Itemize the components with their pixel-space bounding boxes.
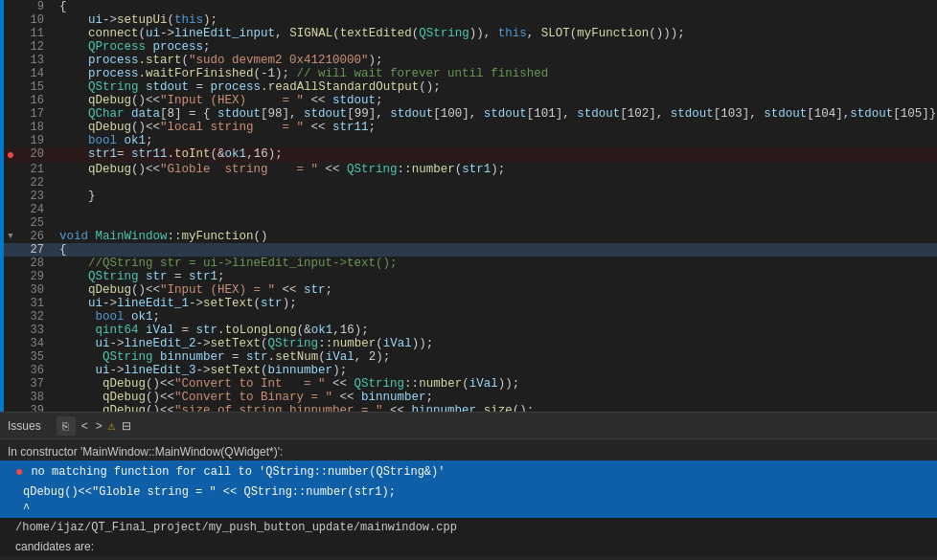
table-row: 37 qDebug()<<"Convert to Int = " << QStr… <box>4 377 937 391</box>
constructor-header: In constructor 'MainWindow::MainWindow(Q… <box>0 443 937 460</box>
code-24 <box>52 203 59 216</box>
line-num-29: 29 <box>17 270 52 283</box>
line-num-22: 22 <box>17 176 52 190</box>
table-row: 9 { <box>4 0 937 13</box>
table-row: 22 <box>4 176 937 190</box>
line-num-39: 39 <box>17 404 52 412</box>
gutter-20: ● <box>4 147 17 163</box>
line-num-12: 12 <box>17 40 52 54</box>
gutter-9 <box>4 0 17 13</box>
file-path-row: /home/ijaz/QT_Final_project/my_push_butt… <box>0 518 937 537</box>
gutter-14 <box>4 67 17 80</box>
line-num-38: 38 <box>17 391 52 404</box>
line-num-14: 14 <box>17 67 52 80</box>
filter-button[interactable]: ⊟ <box>120 419 133 433</box>
table-row: 15 QString stdout = process.readAllStand… <box>4 80 937 94</box>
table-row: 29 QString str = str1; <box>4 270 937 283</box>
table-row: 28 //QString str = ui->lineEdit_input->t… <box>4 257 937 270</box>
table-row: ● 20 str1= str11.toInt(&ok1,16); <box>4 147 937 163</box>
code-28: //QString str = ui->lineEdit_input->text… <box>52 257 398 270</box>
table-row: 24 <box>4 203 937 216</box>
gutter-19 <box>4 134 17 147</box>
issues-toolbar-buttons: ⎘ < > ⚠ ⊟ <box>57 416 133 436</box>
code-16: qDebug()<<"Input (HEX) = " << stdout; <box>52 94 383 107</box>
code-10: ui->setupUi(this); <box>52 13 217 27</box>
code-12: QProcess process; <box>52 40 211 54</box>
gutter-39 <box>4 404 17 412</box>
next-issue-button[interactable]: > <box>94 419 104 433</box>
table-row: 19 bool ok1; <box>4 134 937 147</box>
code-22 <box>52 176 59 190</box>
table-row: 33 qint64 iVal = str.toLongLong(&ok1,16)… <box>4 324 937 337</box>
line-num-20: 20 <box>17 147 52 163</box>
table-row: 16 qDebug()<<"Input (HEX) = " << stdout; <box>4 94 937 107</box>
gutter-36 <box>4 364 17 377</box>
code-21: qDebug()<<"Globle string = " << QString:… <box>52 163 505 176</box>
line-num-37: 37 <box>17 377 52 391</box>
copy-button[interactable]: ⎘ <box>57 416 76 436</box>
caret-indicator: ^ <box>23 503 30 516</box>
line-num-25: 25 <box>17 216 52 230</box>
line-num-16: 16 <box>17 94 52 107</box>
code-30: qDebug()<<"Input (HEX) = " << str; <box>52 283 332 297</box>
gutter-38 <box>4 391 17 404</box>
table-row: 11 connect(ui->lineEdit_input, SIGNAL(te… <box>4 27 937 40</box>
gutter-22 <box>4 176 17 190</box>
gutter-11 <box>4 27 17 40</box>
code-11: connect(ui->lineEdit_input, SIGNAL(textE… <box>52 27 685 40</box>
code-lines: 9 { 10 ui->setupUi(this); 11 connect(ui-… <box>4 0 937 412</box>
line-num-9: 9 <box>17 0 52 13</box>
code-17: QChar data[8] = { stdout[98], stdout[99]… <box>52 107 937 121</box>
line-num-36: 36 <box>17 364 52 377</box>
table-row: 35 QString binnumber = str.setNum(iVal, … <box>4 350 937 364</box>
code-29: QString str = str1; <box>52 270 225 283</box>
code-13: process.start("sudo devmem2 0x41210000")… <box>52 54 383 67</box>
gutter-10 <box>4 13 17 27</box>
issues-title: Issues <box>8 419 41 433</box>
code-36: ui->lineEdit_3->setText(binnumber); <box>52 364 347 377</box>
file-path: /home/ijaz/QT_Final_project/my_push_butt… <box>15 521 457 534</box>
table-row: 25 <box>4 216 937 230</box>
line-num-13: 13 <box>17 54 52 67</box>
prev-issue-button[interactable]: < <box>80 419 90 433</box>
table-row: 13 process.start("sudo devmem2 0x4121000… <box>4 54 937 67</box>
table-row: 31 ui->lineEdit_1->setText(str); <box>4 297 937 310</box>
table-row: 39 qDebug()<<"size of string binnumber =… <box>4 404 937 412</box>
table-row: 34 ui->lineEdit_2->setText(QString::numb… <box>4 337 937 350</box>
gutter-30 <box>4 283 17 297</box>
code-34: ui->lineEdit_2->setText(QString::number(… <box>52 337 433 350</box>
line-num-30: 30 <box>17 283 52 297</box>
code-18: qDebug()<<"local string = " << str11; <box>52 121 376 134</box>
code-editor: 9 { 10 ui->setupUi(this); 11 connect(ui-… <box>0 0 937 412</box>
line-num-11: 11 <box>17 27 52 40</box>
code-snippet-row: qDebug()<<"Globle string = " << QString:… <box>0 483 937 501</box>
table-row: 12 QProcess process; <box>4 40 937 54</box>
table-row: 23 } <box>4 190 937 203</box>
table-row: 21 qDebug()<<"Globle string = " << QStri… <box>4 163 937 176</box>
code-37: qDebug()<<"Convert to Int = " << QString… <box>52 377 519 391</box>
code-31: ui->lineEdit_1->setText(str); <box>52 297 297 310</box>
code-23: } <box>52 190 96 203</box>
gutter-12 <box>4 40 17 54</box>
gutter-28 <box>4 257 17 270</box>
table-row: 14 process.waitForFinished(-1); // will … <box>4 67 937 80</box>
gutter-18 <box>4 121 17 134</box>
code-39: qDebug()<<"size of string binnumber = " … <box>52 404 534 412</box>
line-num-18: 18 <box>17 121 52 134</box>
code-20: str1= str11.toInt(&ok1,16); <box>52 147 283 163</box>
code-35: QString binnumber = str.setNum(iVal, 2); <box>52 350 390 364</box>
error-row[interactable]: ● no matching function for call to 'QStr… <box>0 460 937 483</box>
line-num-27: 27 <box>17 243 52 257</box>
gutter-23 <box>4 190 17 203</box>
gutter-35 <box>4 350 17 364</box>
line-num-28: 28 <box>17 257 52 270</box>
line-num-10: 10 <box>17 13 52 27</box>
table-row: 18 qDebug()<<"local string = " << str11; <box>4 121 937 134</box>
code-32: bool ok1; <box>52 310 160 324</box>
table-row: 38 qDebug()<<"Convert to Binary = " << b… <box>4 391 937 404</box>
code-14: process.waitForFinished(-1); // will wai… <box>52 67 548 80</box>
gutter-13 <box>4 54 17 67</box>
code-33: qint64 iVal = str.toLongLong(&ok1,16); <box>52 324 369 337</box>
table-row: 32 bool ok1; <box>4 310 937 324</box>
candidates-label: candidates are: <box>15 540 94 553</box>
